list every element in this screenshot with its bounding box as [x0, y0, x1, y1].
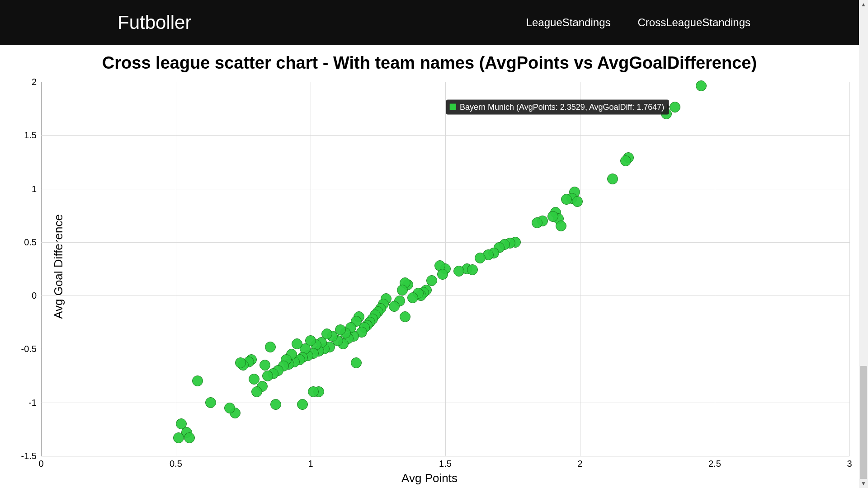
gridline-h — [41, 349, 849, 349]
data-point[interactable] — [572, 196, 583, 207]
data-point[interactable] — [400, 311, 410, 322]
gridline-h — [41, 296, 849, 296]
y-tick-label: -1 — [28, 397, 41, 408]
scroll-down-icon[interactable]: ▼ — [859, 479, 868, 488]
data-point[interactable] — [292, 338, 302, 349]
nav-link-crossleaguestandings[interactable]: CrossLeagueStandings — [637, 16, 750, 29]
data-point[interactable] — [437, 269, 448, 280]
data-point[interactable] — [262, 371, 273, 381]
data-point[interactable] — [249, 374, 259, 385]
data-point[interactable] — [184, 432, 195, 443]
data-point[interactable] — [407, 292, 418, 303]
data-point[interactable] — [426, 275, 437, 286]
gridline-h — [41, 189, 849, 189]
gridline-v — [176, 82, 176, 456]
gridline-v — [849, 82, 850, 456]
y-tick-label: 1.5 — [24, 130, 41, 141]
y-tick-label: -1.5 — [21, 451, 41, 461]
navbar: Futboller LeagueStandings CrossLeagueSta… — [0, 0, 868, 45]
data-point[interactable] — [475, 253, 486, 263]
data-point[interactable] — [453, 266, 464, 277]
gridline-v — [41, 82, 42, 456]
brand-logo[interactable]: Futboller — [118, 12, 191, 33]
data-point[interactable] — [620, 155, 631, 166]
data-point[interactable] — [389, 301, 400, 312]
tooltip: Bayern Munich (AvgPoints: 2.3529, AvgGoa… — [446, 99, 669, 114]
y-tick-label: 2 — [32, 77, 41, 87]
scroll-thumb[interactable] — [860, 366, 867, 483]
data-point[interactable] — [192, 375, 203, 386]
y-tick-label: 0 — [32, 291, 41, 301]
tooltip-swatch-icon — [450, 104, 456, 110]
gridline-h — [41, 242, 849, 243]
x-axis-label: Avg Points — [401, 471, 458, 485]
chart-container: Cross league scatter chart - With team n… — [0, 45, 859, 488]
page-scrollbar[interactable]: ▲ ▼ — [859, 0, 868, 488]
x-tick-label: 2.5 — [708, 456, 721, 469]
scroll-up-icon[interactable]: ▲ — [859, 0, 868, 9]
gridline-h — [41, 135, 849, 136]
x-tick-label: 3 — [847, 456, 852, 469]
y-tick-label: -0.5 — [21, 344, 41, 354]
data-point[interactable] — [265, 342, 276, 352]
gridline-h — [41, 456, 849, 456]
data-point[interactable] — [561, 194, 572, 205]
data-point[interactable] — [235, 357, 246, 368]
tooltip-text: Bayern Munich (AvgPoints: 2.3529, AvgGoa… — [460, 102, 664, 112]
data-point[interactable] — [547, 211, 558, 222]
chart-title: Cross league scatter chart - With team n… — [0, 45, 859, 76]
x-tick-label: 1.5 — [439, 456, 452, 469]
data-point[interactable] — [351, 357, 362, 368]
data-point[interactable] — [259, 360, 270, 371]
data-point[interactable] — [308, 386, 319, 397]
data-point[interactable] — [205, 397, 216, 408]
data-point[interactable] — [251, 386, 262, 397]
gridline-v — [311, 82, 311, 456]
x-tick-label: 0.5 — [170, 456, 182, 469]
gridline-h — [41, 403, 849, 403]
y-tick-label: 0.5 — [24, 237, 41, 247]
gridline-v — [715, 82, 715, 456]
nav-link-leaguestandings[interactable]: LeagueStandings — [526, 16, 611, 29]
data-point[interactable] — [696, 80, 707, 91]
x-tick-label: 2 — [577, 456, 582, 469]
gridline-v — [580, 82, 580, 456]
gridline-h — [41, 82, 849, 82]
data-point[interactable] — [397, 285, 408, 296]
nav-links: LeagueStandings CrossLeagueStandings — [526, 16, 750, 29]
data-point[interactable] — [173, 432, 184, 443]
data-point[interactable] — [532, 217, 542, 228]
x-tick-label: 1 — [308, 456, 313, 469]
data-point[interactable] — [297, 399, 308, 410]
data-point[interactable] — [270, 399, 281, 410]
y-tick-label: 1 — [32, 183, 41, 194]
data-point[interactable] — [607, 174, 618, 184]
data-point[interactable] — [467, 264, 478, 275]
data-point[interactable] — [556, 221, 566, 231]
data-point[interactable] — [224, 403, 235, 413]
plot-area[interactable]: 00.511.522.53-1.5-1-0.500.511.52Bayern M… — [41, 81, 850, 456]
